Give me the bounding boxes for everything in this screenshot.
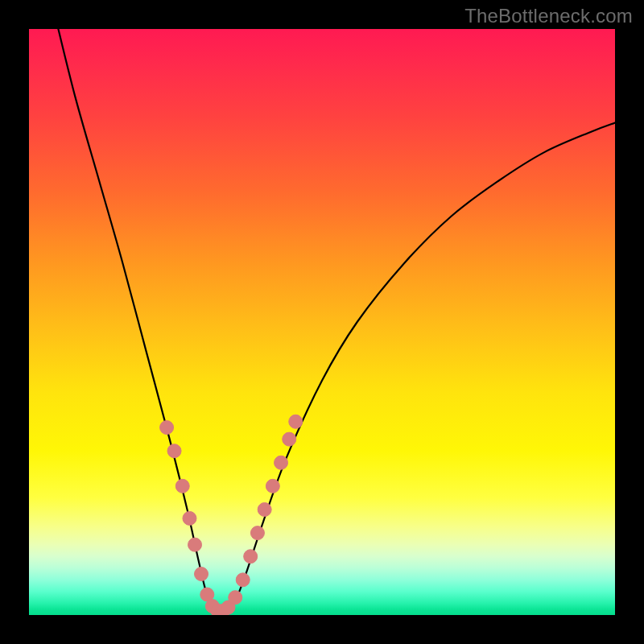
curve-marker [283, 432, 296, 446]
curve-marker [229, 591, 242, 605]
curve-marker [244, 550, 258, 564]
curve-marker [250, 526, 264, 540]
curve-marker [160, 421, 174, 435]
curve-markers [160, 415, 303, 615]
watermark-text: TheBottleneck.com [464, 5, 633, 27]
curve-marker [258, 502, 271, 516]
curve-marker [289, 415, 303, 428]
curve-marker [275, 456, 288, 469]
chart-frame: TheBottleneck.com [0, 0, 644, 644]
plot-area [29, 29, 615, 615]
curve-marker [188, 538, 202, 551]
curve-marker [266, 479, 279, 493]
curve-marker [195, 568, 208, 581]
bottleneck-curve [58, 29, 615, 613]
curve-marker [236, 573, 250, 587]
curve-marker [183, 511, 196, 525]
curve-layer [29, 29, 615, 615]
curve-marker [167, 444, 181, 458]
curve-marker [175, 479, 189, 493]
